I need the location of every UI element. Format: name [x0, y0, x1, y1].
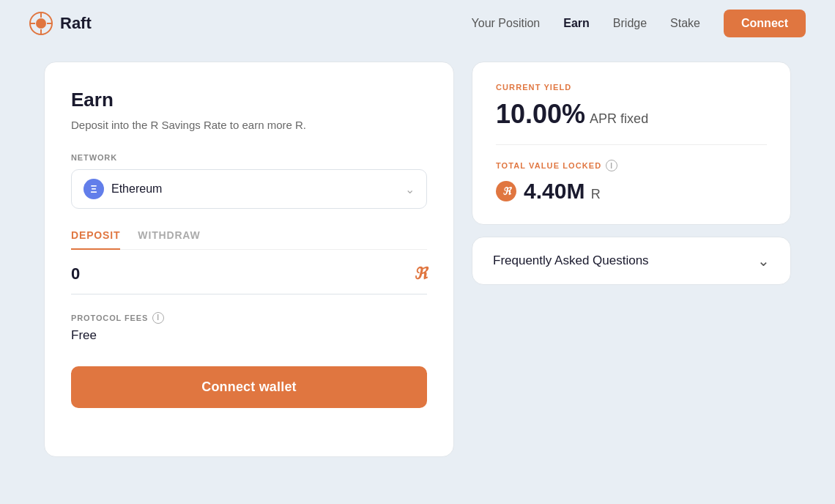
- nav-links: Your Position Earn Bridge Stake Connect: [472, 10, 806, 37]
- connect-button[interactable]: Connect: [724, 10, 806, 37]
- tvl-info-icon[interactable]: i: [606, 160, 617, 171]
- current-yield-suffix: APR fixed: [590, 111, 648, 127]
- connect-wallet-button[interactable]: Connect wallet: [71, 366, 427, 408]
- stats-card: CURRENT YIELD 10.00% APR fixed TOTAL VAL…: [472, 62, 791, 225]
- current-yield-label: CURRENT YIELD: [496, 83, 767, 92]
- main-content: Earn Deposit into the R Savings Rate to …: [0, 47, 835, 472]
- network-select-left: Ξ Ethereum: [84, 179, 162, 199]
- nav-your-position[interactable]: Your Position: [472, 17, 541, 30]
- tvl-value-row: ℜ 4.40M R: [496, 179, 767, 204]
- faq-card[interactable]: Frequently Asked Questions ⌄: [472, 237, 791, 285]
- protocol-fees-value: Free: [71, 328, 427, 343]
- tvl-value: 4.40M R: [524, 179, 601, 204]
- faq-chevron-icon: ⌄: [757, 252, 770, 270]
- brand-name: Raft: [60, 14, 92, 33]
- network-chevron-icon: ⌄: [405, 182, 415, 196]
- network-value: Ethereum: [111, 182, 162, 196]
- protocol-fees-label: PROTOCOL FEES i: [71, 312, 427, 324]
- tab-withdraw[interactable]: WITHDRAW: [138, 229, 200, 250]
- tvl-label: TOTAL VALUE LOCKED: [496, 161, 601, 170]
- faq-title: Frequently Asked Questions: [493, 253, 649, 268]
- amount-input-row: ℜ: [71, 264, 427, 294]
- nav-earn[interactable]: Earn: [563, 17, 590, 30]
- tab-deposit[interactable]: DEPOSIT: [71, 229, 120, 250]
- tvl-label-row: TOTAL VALUE LOCKED i: [496, 160, 767, 171]
- earn-title: Earn: [71, 89, 427, 111]
- navbar: Raft Your Position Earn Bridge Stake Con…: [0, 0, 835, 47]
- network-label: NETWORK: [71, 153, 427, 162]
- r-token-icon: ℜ: [414, 264, 427, 284]
- raft-logo-icon: [29, 12, 53, 35]
- stats-divider: [496, 144, 767, 145]
- ethereum-icon: Ξ: [84, 179, 104, 199]
- earn-subtitle: Deposit into the R Savings Rate to earn …: [71, 119, 427, 131]
- right-column: CURRENT YIELD 10.00% APR fixed TOTAL VAL…: [472, 62, 791, 285]
- current-yield-value-row: 10.00% APR fixed: [496, 99, 767, 130]
- svg-point-1: [36, 18, 46, 29]
- deposit-withdraw-tabs: DEPOSIT WITHDRAW: [71, 229, 427, 250]
- nav-bridge[interactable]: Bridge: [613, 17, 647, 30]
- nav-stake[interactable]: Stake: [670, 17, 700, 30]
- r-logo-icon: ℜ: [496, 181, 516, 201]
- earn-card: Earn Deposit into the R Savings Rate to …: [44, 62, 454, 457]
- current-yield-percent: 10.00%: [496, 99, 585, 130]
- logo[interactable]: Raft: [29, 12, 92, 35]
- protocol-fees-info-icon[interactable]: i: [152, 312, 164, 324]
- network-selector[interactable]: Ξ Ethereum ⌄: [71, 169, 427, 209]
- tvl-unit: R: [591, 187, 601, 201]
- amount-input[interactable]: [71, 264, 356, 284]
